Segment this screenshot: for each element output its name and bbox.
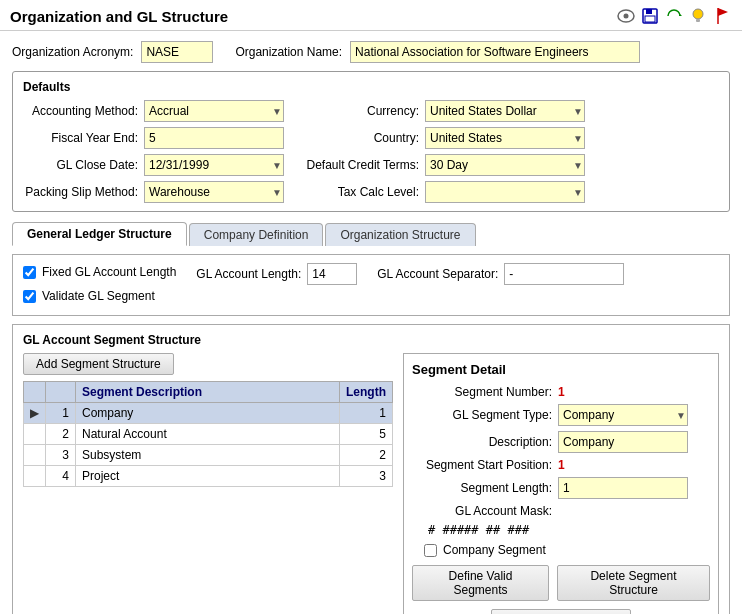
tab-org-structure[interactable]: Organization Structure xyxy=(325,223,475,246)
segment-number-value: 1 xyxy=(558,385,565,399)
define-gl-accounts-button[interactable]: Define GL Accounts xyxy=(491,609,631,614)
credit-terms-row: Default Credit Terms: 30 Day ▼ xyxy=(304,154,585,176)
row-desc: Natural Account xyxy=(76,424,340,445)
accounting-method-select[interactable]: Accrual Cash xyxy=(144,100,284,122)
credit-terms-label: Default Credit Terms: xyxy=(304,158,419,172)
acronym-label: Organization Acronym: xyxy=(12,45,133,59)
col-num-header xyxy=(46,382,76,403)
country-select[interactable]: United States xyxy=(425,127,585,149)
credit-terms-select[interactable]: 30 Day xyxy=(425,154,585,176)
svg-point-6 xyxy=(693,9,703,19)
packing-slip-row: Packing Slip Method: Warehouse ▼ xyxy=(23,181,284,203)
account-length-label: GL Account Length: xyxy=(196,267,301,281)
segment-length-row: Segment Length: xyxy=(412,477,710,499)
toolbar xyxy=(616,6,732,26)
tax-calc-select[interactable] xyxy=(425,181,585,203)
page-title: Organization and GL Structure xyxy=(10,8,228,25)
svg-rect-3 xyxy=(646,9,652,14)
svg-rect-7 xyxy=(696,19,700,22)
row-length: 1 xyxy=(340,403,393,424)
define-valid-segments-button[interactable]: Define Valid Segments xyxy=(412,565,549,601)
table-row[interactable]: 3 Subsystem 2 xyxy=(24,445,393,466)
validate-segment-row: Validate GL Segment xyxy=(23,289,719,303)
segment-left: Add Segment Structure Segment Descriptio… xyxy=(23,353,393,614)
segment-detail-title: Segment Detail xyxy=(412,362,710,377)
fiscal-year-input[interactable] xyxy=(144,127,284,149)
segment-length-input[interactable] xyxy=(558,477,688,499)
validate-segment-checkbox[interactable] xyxy=(23,290,36,303)
defaults-section: Defaults Accounting Method: Accrual Cash… xyxy=(12,71,730,212)
segment-number-label: Segment Number: xyxy=(412,385,552,399)
row-arrow xyxy=(24,424,46,445)
row-length: 2 xyxy=(340,445,393,466)
country-label: Country: xyxy=(304,131,419,145)
flag-icon[interactable] xyxy=(712,6,732,26)
separator-label: GL Account Separator: xyxy=(377,267,498,281)
table-row[interactable]: 2 Natural Account 5 xyxy=(24,424,393,445)
defaults-title: Defaults xyxy=(23,80,719,94)
segment-number-row: Segment Number: 1 xyxy=(412,385,710,399)
save-icon[interactable] xyxy=(640,6,660,26)
account-length-input[interactable] xyxy=(307,263,357,285)
gl-close-date-select[interactable]: 12/31/1999 xyxy=(144,154,284,176)
tab-company-definition[interactable]: Company Definition xyxy=(189,223,324,246)
company-segment-checkbox[interactable] xyxy=(424,544,437,557)
currency-label: Currency: xyxy=(304,104,419,118)
row-arrow xyxy=(24,466,46,487)
page-header: Organization and GL Structure xyxy=(0,0,742,31)
fixed-length-checkbox[interactable] xyxy=(23,266,36,279)
acronym-input[interactable] xyxy=(141,41,213,63)
mask-label-row: GL Account Mask: xyxy=(412,504,710,518)
gl-options-row: Fixed GL Account Length GL Account Lengt… xyxy=(23,263,719,285)
description-row: Description: xyxy=(412,431,710,453)
svg-point-1 xyxy=(624,14,629,19)
delete-segment-button[interactable]: Delete Segment Structure xyxy=(557,565,710,601)
currency-select[interactable]: United States Dollar xyxy=(425,100,585,122)
row-num: 3 xyxy=(46,445,76,466)
row-num: 4 xyxy=(46,466,76,487)
gl-segment-type-label: GL Segment Type: xyxy=(412,408,552,422)
tab-general-ledger[interactable]: General Ledger Structure xyxy=(12,222,187,246)
gl-segment-type-row: GL Segment Type: Company ▼ xyxy=(412,404,710,426)
lightbulb-icon[interactable] xyxy=(688,6,708,26)
row-desc: Project xyxy=(76,466,340,487)
gl-close-date-label: GL Close Date: xyxy=(23,158,138,172)
fiscal-year-row: Fiscal Year End: xyxy=(23,127,284,149)
accounting-method-row: Accounting Method: Accrual Cash ▼ xyxy=(23,100,284,122)
refresh-icon[interactable] xyxy=(664,6,684,26)
table-row[interactable]: ▶ 1 Company 1 xyxy=(24,403,393,424)
col-description-header: Segment Description xyxy=(76,382,340,403)
packing-slip-label: Packing Slip Method: xyxy=(23,185,138,199)
separator-row: GL Account Separator: xyxy=(377,263,624,285)
gl-segment-type-select[interactable]: Company xyxy=(558,404,688,426)
packing-slip-select[interactable]: Warehouse xyxy=(144,181,284,203)
gl-structure-options: Fixed GL Account Length GL Account Lengt… xyxy=(12,254,730,316)
table-row[interactable]: 4 Project 3 xyxy=(24,466,393,487)
col-arrow-header xyxy=(24,382,46,403)
svg-rect-4 xyxy=(645,16,655,22)
fixed-length-row: Fixed GL Account Length xyxy=(23,265,176,279)
account-length-row: GL Account Length: xyxy=(196,263,357,285)
segment-table: Segment Description Length ▶ 1 Company 1… xyxy=(23,381,393,487)
segment-layout: Add Segment Structure Segment Descriptio… xyxy=(23,353,719,614)
define-gl-row: Define GL Accounts xyxy=(412,609,710,614)
row-arrow: ▶ xyxy=(24,403,46,424)
row-arrow xyxy=(24,445,46,466)
eye-icon[interactable] xyxy=(616,6,636,26)
defaults-left-col: Accounting Method: Accrual Cash ▼ Fiscal… xyxy=(23,100,284,203)
segment-detail: Segment Detail Segment Number: 1 GL Segm… xyxy=(403,353,719,614)
row-desc: Company xyxy=(76,403,340,424)
defaults-right-col: Currency: United States Dollar ▼ Country… xyxy=(304,100,585,203)
org-name-label: Organization Name: xyxy=(235,45,342,59)
mask-label: GL Account Mask: xyxy=(412,504,552,518)
org-name-input[interactable] xyxy=(350,41,640,63)
start-position-row: Segment Start Position: 1 xyxy=(412,458,710,472)
segment-length-label: Segment Length: xyxy=(412,481,552,495)
start-position-label: Segment Start Position: xyxy=(412,458,552,472)
validate-segment-label: Validate GL Segment xyxy=(42,289,155,303)
row-length: 3 xyxy=(340,466,393,487)
description-input[interactable] xyxy=(558,431,688,453)
currency-row: Currency: United States Dollar ▼ xyxy=(304,100,585,122)
separator-input[interactable] xyxy=(504,263,624,285)
add-segment-button[interactable]: Add Segment Structure xyxy=(23,353,174,375)
